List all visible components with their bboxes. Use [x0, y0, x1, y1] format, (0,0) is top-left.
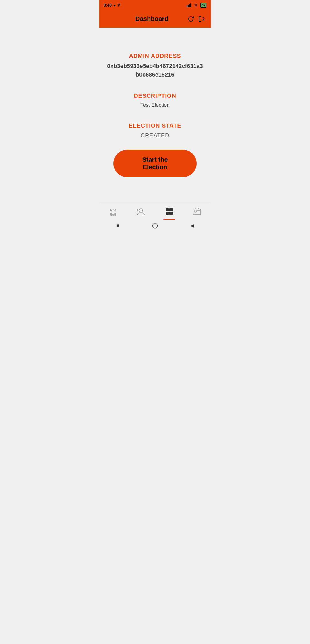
svg-rect-0 [187, 5, 187, 7]
admin-address-label: ADMIN ADDRESS [106, 53, 204, 59]
logout-button[interactable] [198, 15, 205, 22]
election-state-value: CREATED [106, 131, 204, 139]
svg-rect-14 [169, 212, 173, 215]
status-bar: 3:48 ● P 65 [99, 0, 211, 10]
battery-icon: 65 [200, 3, 206, 8]
pandora-icon: P [118, 3, 120, 7]
bottom-nav-item-candidates[interactable] [189, 206, 205, 217]
system-nav: ■ ◯ ◀ [99, 220, 211, 233]
svg-point-8 [139, 209, 143, 212]
wifi-icon [193, 3, 199, 7]
svg-rect-2 [189, 4, 190, 7]
svg-rect-7 [115, 214, 116, 215]
svg-rect-1 [188, 5, 189, 7]
top-nav: Dashboard [99, 10, 211, 28]
election-state-label: ELECTION STATE [106, 122, 204, 129]
time-display: 3:48 [104, 3, 112, 7]
back-button[interactable]: ◀ [189, 223, 195, 228]
bottom-nav-item-results[interactable] [105, 206, 121, 217]
dashboard-icon [164, 207, 174, 216]
svg-rect-11 [166, 208, 169, 211]
election-state-section: ELECTION STATE CREATED [106, 114, 204, 139]
spotify-icon: ● [113, 3, 116, 7]
nav-actions [187, 15, 205, 22]
page-title: Dashboard [116, 15, 187, 23]
description-section: DESCRIPTION Test Election [106, 85, 204, 109]
add-voter-icon [136, 207, 146, 216]
admin-address-section: ADMIN ADDRESS 0xb3eb5933e5eb4b4872142cf6… [106, 45, 204, 79]
refresh-button[interactable] [187, 15, 194, 22]
stop-button[interactable]: ■ [115, 223, 121, 228]
svg-rect-6 [113, 214, 114, 215]
status-bar-right: 65 [187, 3, 206, 8]
bottom-nav-item-dashboard[interactable] [161, 206, 177, 217]
svg-rect-5 [111, 213, 112, 215]
svg-rect-12 [169, 208, 173, 211]
bottom-nav [99, 202, 211, 220]
main-content: ADMIN ADDRESS 0xb3eb5933e5eb4b4872142cf6… [99, 28, 211, 202]
candidates-icon [192, 207, 202, 216]
home-button[interactable]: ◯ [152, 223, 158, 228]
admin-address-value: 0xb3eb5933e5eb4b4872142cf631a3b0c686e152… [106, 62, 204, 79]
svg-rect-3 [190, 3, 191, 7]
results-icon [108, 207, 118, 216]
status-bar-left: 3:48 ● P [104, 3, 120, 7]
svg-point-16 [194, 210, 197, 212]
description-value: Test Election [106, 102, 204, 109]
signal-icon [187, 3, 192, 7]
svg-rect-13 [166, 212, 169, 215]
start-election-button[interactable]: Start the Election [113, 150, 197, 177]
bottom-nav-item-add-voter[interactable] [133, 206, 149, 217]
description-label: DESCRIPTION [106, 93, 204, 99]
